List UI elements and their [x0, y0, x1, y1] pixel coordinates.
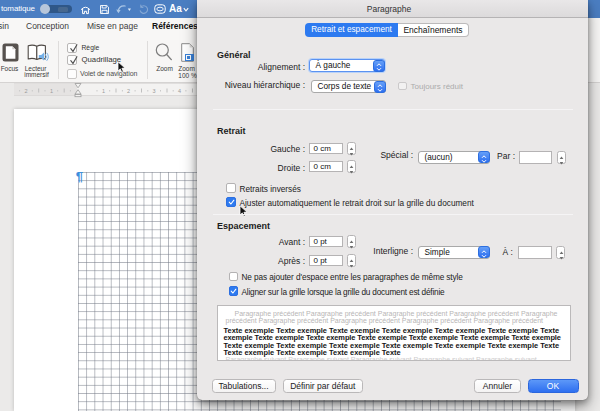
svg-text:2: 2 [24, 88, 27, 94]
svg-text:1: 1 [102, 88, 105, 94]
svg-text:1: 1 [50, 88, 53, 94]
svg-text:2: 2 [127, 88, 130, 94]
svg-text:4: 4 [178, 88, 181, 94]
svg-text:3: 3 [152, 88, 155, 94]
